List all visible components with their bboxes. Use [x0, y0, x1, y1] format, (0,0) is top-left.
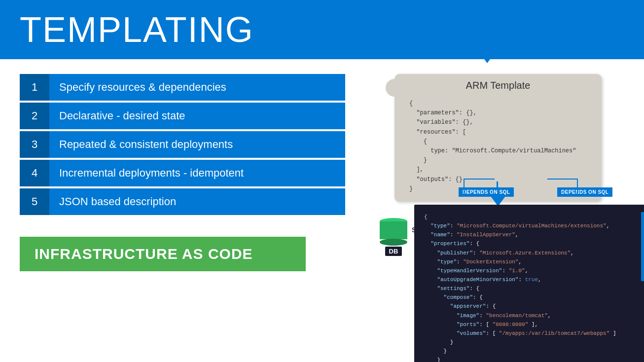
db-bottom: [380, 239, 407, 246]
list-number-2: 2: [20, 103, 49, 129]
depends-badge-1: DEPENDS ON SQL: [459, 187, 514, 197]
depends-badge-2: DEPENDS ON SQL: [557, 187, 612, 197]
depends-v-line-2: [577, 179, 578, 194]
depends-v-line-1: [464, 179, 465, 194]
depends-h-line-2: [547, 179, 578, 180]
list-number-3: 3: [20, 131, 49, 158]
list-number-4: 4: [20, 160, 49, 186]
db-cylinder: [380, 218, 407, 246]
arm-template-box: ARM Template { "parameters": {}, "variab…: [394, 74, 602, 202]
json-code-box: { "type": "Microsoft.Compute/virtualMach…: [414, 205, 644, 362]
list-number-5: 5: [20, 188, 49, 215]
arm-template-code: { "parameters": {}, "variables": {}, "re…: [394, 95, 602, 202]
left-panel: 1 Specify resources & dependencies 2 Dec…: [20, 74, 345, 352]
list-item-1: 1 Specify resources & dependencies: [20, 74, 345, 101]
list-text-1: Specify resources & dependencies: [49, 81, 236, 94]
infra-box: INFRASTRUCTURE AS CODE: [20, 237, 306, 271]
arm-tab: [386, 79, 403, 97]
arm-template-title: ARM Template: [394, 74, 602, 95]
depends-h-line-1: [464, 179, 495, 180]
main-content: 1 Specify resources & dependencies 2 Dec…: [0, 59, 644, 362]
list-number-1: 1: [20, 74, 49, 101]
list-item-4: 4 Incremental deployments - idempotent: [20, 160, 345, 186]
list-text-2: Declarative - desired state: [49, 109, 195, 122]
db-body: [380, 221, 407, 239]
right-blue-box: [641, 212, 644, 281]
right-panel: ARM Template { "parameters": {}, "variab…: [365, 74, 624, 352]
db-label-box: DB: [385, 247, 402, 256]
list-item-2: 2 Declarative - desired state: [20, 103, 345, 129]
header: TEMPLATING: [0, 0, 644, 59]
list-item-5: 5 JSON based description: [20, 188, 345, 215]
list-text-4: Incremental deployments - idempotent: [49, 167, 253, 180]
list-text-5: JSON based description: [49, 195, 186, 208]
db-icon: DB: [380, 218, 407, 256]
list-text-3: Repeated & consistent deployments: [49, 138, 243, 151]
page-title: TEMPLATING: [20, 9, 254, 50]
list-item-3: 3 Repeated & consistent deployments: [20, 131, 345, 158]
infra-label: INFRASTRUCTURE AS CODE: [35, 246, 253, 262]
